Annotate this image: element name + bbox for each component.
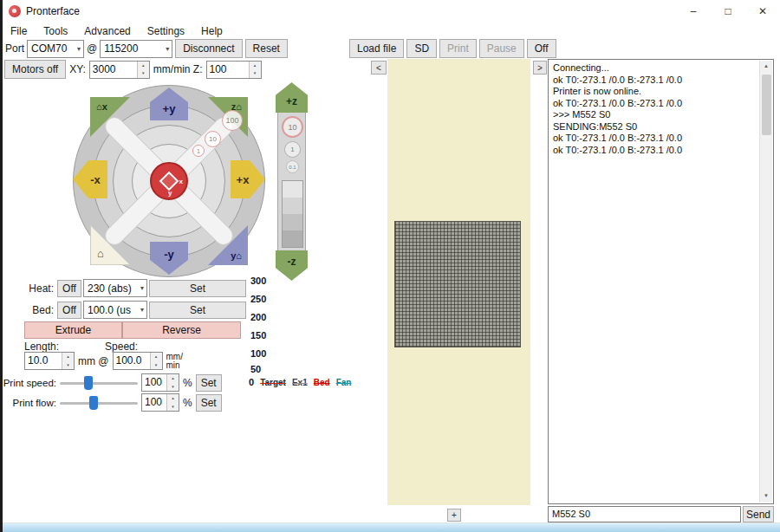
print-flow-value[interactable]: 100 xyxy=(142,394,166,411)
spin-up-icon[interactable]: ▴ xyxy=(151,353,162,361)
bed-temp-select[interactable]: 100.0 (us ▾ xyxy=(83,301,147,319)
bed-temp-value: 100.0 (us xyxy=(88,304,131,316)
pause-button: Pause xyxy=(479,39,524,58)
zoom-in-button[interactable]: + xyxy=(447,509,461,522)
connection-toolbar: Port COM70 ▾ @ 115200 ▾ Disconnect Reset xyxy=(5,39,288,58)
spin-down-icon[interactable]: ▾ xyxy=(62,361,74,370)
xy-jog-control: ⌂x +y z⌂ -x +x ⌂ -y y⌂ x y 100 10 1 xyxy=(68,82,270,280)
heat-temp-value: 230 (abs) xyxy=(88,282,132,295)
reverse-button[interactable]: Reverse xyxy=(122,321,241,339)
build-plate-grid[interactable] xyxy=(394,221,521,347)
spin-down-icon[interactable]: ▾ xyxy=(250,69,261,78)
length-label: Length: xyxy=(24,341,59,353)
unit-line-2: min xyxy=(166,361,183,370)
print-flow-set-button[interactable]: Set xyxy=(196,394,222,412)
log-console[interactable]: Connecting... ok T0:-273.1 /0.0 B:-273.1… xyxy=(548,59,774,504)
extrude-length-spinner[interactable]: 10.0 ▴ ▾ xyxy=(24,352,75,370)
xy-feedrate-value[interactable]: 3000 xyxy=(90,62,137,78)
slider-thumb[interactable] xyxy=(84,376,93,390)
legend-fan: Fan xyxy=(336,378,352,387)
collapse-left-button[interactable]: < xyxy=(371,61,387,75)
maximize-button[interactable]: □ xyxy=(711,0,745,23)
extrude-length-value[interactable]: 10.0 xyxy=(25,353,62,369)
extrude-speed-spinner[interactable]: 100.0 ▴ ▾ xyxy=(113,352,163,370)
chevron-down-icon[interactable]: ▾ xyxy=(138,306,146,314)
heat-set-button[interactable]: Set xyxy=(149,280,246,297)
scroll-up-icon[interactable]: ▲ xyxy=(760,61,772,73)
spin-up-icon[interactable]: ▴ xyxy=(138,62,149,70)
print-speed-value[interactable]: 100 xyxy=(142,374,166,391)
extrude-values-row: 10.0 ▴ ▾ mm @ 100.0 ▴ ▾ mm/ min xyxy=(24,352,183,370)
print-flow-spinner[interactable]: 100 ▴ ▾ xyxy=(141,393,179,412)
reset-button[interactable]: Reset xyxy=(245,39,288,58)
off-button[interactable]: Off xyxy=(527,39,556,58)
command-input[interactable]: M552 S0 xyxy=(548,506,741,522)
extrude-speed-value[interactable]: 100.0 xyxy=(114,353,150,369)
z-step-01-badge[interactable]: 0.1 xyxy=(286,160,299,173)
print-speed-label: Print speed: xyxy=(3,378,56,388)
spin-up-icon[interactable]: ▴ xyxy=(167,374,179,383)
chevron-down-icon[interactable]: ▾ xyxy=(138,284,146,292)
menu-tools[interactable]: Tools xyxy=(43,25,68,37)
z-step-10-badge[interactable]: 10 xyxy=(282,116,303,138)
log-scrollbar[interactable]: ▲ ▼ xyxy=(759,61,772,503)
print-speed-set-button[interactable]: Set xyxy=(196,374,222,392)
slider-track[interactable] xyxy=(60,382,138,385)
scroll-down-icon[interactable]: ▼ xyxy=(760,490,772,503)
heat-temp-select[interactable]: 230 (abs) ▾ xyxy=(83,279,147,297)
spin-down-icon[interactable]: ▾ xyxy=(167,403,179,412)
z-feedrate-spinner[interactable]: 100 ▴ ▾ xyxy=(206,61,262,79)
z-step-strip[interactable]: 10 1 0.1 xyxy=(277,112,306,251)
y-tick: 100 xyxy=(250,348,266,359)
menu-help[interactable]: Help xyxy=(201,25,223,37)
z-step-gradient[interactable] xyxy=(282,180,303,248)
xy-feedrate-spinner[interactable]: 3000 ▴ ▾ xyxy=(89,61,150,79)
spin-down-icon[interactable]: ▾ xyxy=(138,69,149,78)
legend-target: Target xyxy=(260,378,286,387)
disconnect-button[interactable]: Disconnect xyxy=(175,39,242,58)
spin-down-icon[interactable]: ▾ xyxy=(167,383,179,392)
spin-up-icon[interactable]: ▴ xyxy=(62,353,74,361)
z-feedrate-value[interactable]: 100 xyxy=(207,62,249,78)
xy-feed-label: XY: xyxy=(69,63,86,75)
sd-button[interactable]: SD xyxy=(406,39,437,58)
print-flow-slider[interactable] xyxy=(60,395,138,411)
jog-center-button[interactable]: x y xyxy=(150,162,188,200)
baud-select[interactable]: 115200 ▾ xyxy=(100,40,172,58)
spinner-arrows: ▴ ▾ xyxy=(137,62,149,78)
menu-settings[interactable]: Settings xyxy=(147,25,185,37)
heat-off-button[interactable]: Off xyxy=(57,280,81,297)
slider-thumb[interactable] xyxy=(89,396,98,410)
menu-advanced[interactable]: Advanced xyxy=(84,25,130,37)
unit-line-1: mm/ xyxy=(166,353,183,361)
scrollbar-thumb[interactable] xyxy=(762,75,771,135)
spin-up-icon[interactable]: ▴ xyxy=(167,394,179,403)
bed-set-button[interactable]: Set xyxy=(149,302,246,319)
menu-file[interactable]: File xyxy=(10,25,27,37)
port-select[interactable]: COM70 ▾ xyxy=(27,40,84,58)
print-speed-slider[interactable] xyxy=(60,375,138,391)
extrude-button[interactable]: Extrude xyxy=(24,321,122,339)
collapse-right-button[interactable]: > xyxy=(533,61,547,75)
chevron-down-icon[interactable]: ▾ xyxy=(163,45,172,53)
bed-off-button[interactable]: Off xyxy=(57,302,81,319)
y-tick-origin: 0 xyxy=(249,377,254,387)
extrude-row: Extrude Reverse xyxy=(24,321,241,339)
minimize-button[interactable]: – xyxy=(676,0,711,23)
chevron-down-icon[interactable]: ▾ xyxy=(75,45,83,53)
close-button[interactable]: ✕ xyxy=(745,0,780,23)
jog-plus-z-button[interactable]: +z xyxy=(276,82,308,113)
spin-up-icon[interactable]: ▴ xyxy=(250,62,261,70)
z-step-1-badge[interactable]: 1 xyxy=(284,141,301,158)
send-button[interactable]: Send xyxy=(743,506,774,522)
speed-label: Speed: xyxy=(105,341,138,353)
spin-down-icon[interactable]: ▾ xyxy=(151,361,162,370)
motors-off-button[interactable]: Motors off xyxy=(4,60,66,79)
slider-track[interactable] xyxy=(60,402,138,405)
load-file-button[interactable]: Load file xyxy=(349,39,404,58)
gcode-viewer[interactable] xyxy=(387,59,530,505)
log-line: >>> M552 S0 xyxy=(553,109,757,121)
print-speed-spinner[interactable]: 100 ▴ ▾ xyxy=(141,373,179,392)
jog-minus-z-button[interactable]: -z xyxy=(276,250,308,281)
spinner-arrows: ▴ ▾ xyxy=(150,353,162,369)
